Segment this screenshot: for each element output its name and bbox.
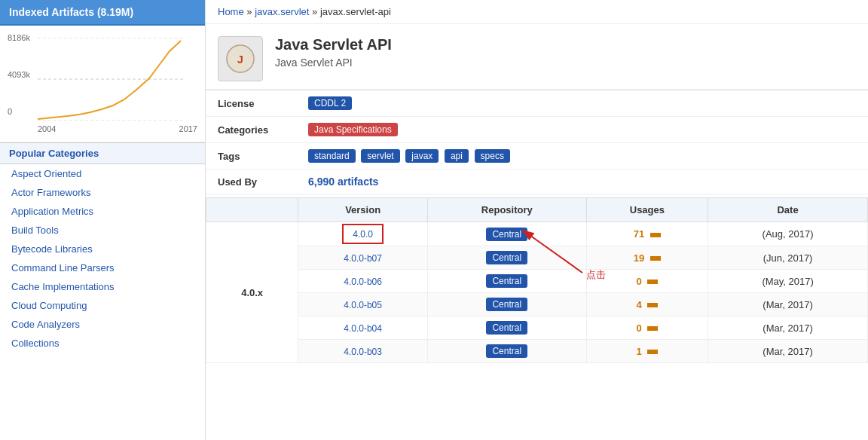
sidebar-item-collections[interactable]: Collections (0, 334, 205, 353)
repo-badge-2: Central (486, 251, 527, 264)
sidebar-item-bytecode-libraries[interactable]: Bytecode Libraries (0, 240, 205, 258)
col-empty (206, 198, 298, 222)
breadcrumb-part1[interactable]: javax.servlet (255, 6, 309, 17)
chart-x-start: 2004 (38, 124, 56, 133)
breadcrumb-sep2: » (312, 6, 317, 17)
usage-num-5: 0 (636, 322, 641, 334)
license-row: License CDDL 2 (206, 90, 868, 117)
repo-cell-1: Central (427, 222, 586, 246)
usage-bar-4 (647, 303, 658, 307)
date-cell-5: (Mar, 2017) (708, 316, 868, 340)
usages-cell-5: 0 (586, 316, 708, 340)
sidebar-item-aspect-oriented[interactable]: Aspect Oriented (0, 164, 205, 183)
used-by-label: Used By (206, 170, 296, 194)
table-row: 4.0.0-b03 Central 1 (Mar, 2017) (206, 340, 868, 363)
categories-value-cell: Java Specifications (296, 117, 868, 143)
sidebar: Indexed Artifacts (8.19M) 8186k 4093k 0 … (0, 0, 206, 440)
table-row: 4.0.x 4.0.0 Central 71 (206, 222, 868, 246)
chart-svg-container (38, 38, 197, 123)
version-cell-2: 4.0.0-b07 (298, 246, 428, 270)
repo-cell-6: Central (427, 340, 586, 363)
usage-bar-6 (647, 350, 658, 354)
chart-y-labels: 8186k 4093k 0 (8, 33, 30, 116)
tag-javax[interactable]: javax (405, 149, 439, 163)
repo-cell-3: Central (427, 270, 586, 293)
usage-num-4: 4 (636, 299, 641, 310)
sidebar-item-command-line-parsers[interactable]: Command Line Parsers (0, 258, 205, 277)
artifact-title: Java Servlet API (275, 36, 392, 53)
sidebar-item-cloud-computing[interactable]: Cloud Computing (0, 296, 205, 315)
usage-num-3: 0 (636, 276, 641, 287)
category-list: Aspect Oriented Actor Frameworks Applica… (0, 164, 205, 440)
sidebar-item-actor-frameworks[interactable]: Actor Frameworks (0, 183, 205, 202)
tag-api[interactable]: api (445, 149, 469, 163)
main-content: Home » javax.servlet » javax.servlet-api… (206, 0, 868, 440)
chart-x-labels: 2004 2017 (38, 124, 197, 133)
license-label: License (206, 90, 296, 117)
usage-bar-2 (650, 256, 661, 261)
date-cell-1: (Aug, 2017) (708, 222, 868, 246)
tag-standard[interactable]: standard (308, 149, 356, 163)
usage-bar-5 (647, 326, 658, 331)
version-link-1[interactable]: 4.0.0 (353, 229, 373, 240)
license-badge[interactable]: CDDL 2 (308, 96, 352, 110)
chart-y-mid: 4093k (8, 70, 30, 79)
version-table: Version Repository Usages Date 4.0.x (206, 197, 868, 363)
tags-value-cell: standard servlet javax api specs (296, 143, 868, 170)
col-usages: Usages (586, 198, 708, 222)
java-logo-icon: J (225, 44, 255, 74)
usages-cell-4: 4 (586, 293, 708, 316)
breadcrumb: Home » javax.servlet » javax.servlet-api (206, 0, 868, 24)
chart-y-top: 8186k (8, 33, 30, 42)
table-row: 4.0.0-b06 Central 0 (May, 2017) (206, 270, 868, 293)
version-link-5[interactable]: 4.0.0-b04 (344, 323, 382, 334)
date-cell-3: (May, 2017) (708, 270, 868, 293)
tags-row: Tags standard servlet javax api specs (206, 143, 868, 170)
metadata-table: License CDDL 2 Categories Java Specifica… (206, 90, 868, 194)
tag-specs[interactable]: specs (475, 149, 510, 163)
sidebar-item-cache-implementations[interactable]: Cache Implementations (0, 277, 205, 296)
repo-badge-5: Central (486, 321, 527, 335)
sidebar-item-build-tools[interactable]: Build Tools (0, 221, 205, 240)
sidebar-item-code-analyzers[interactable]: Code Analyzers (0, 315, 205, 334)
repo-badge-4: Central (486, 298, 527, 311)
used-by-value-cell: 6,990 artifacts (296, 170, 868, 194)
repo-cell-4: Central (427, 293, 586, 316)
artifact-header: J Java Servlet API Java Servlet API (206, 24, 868, 90)
version-link-4[interactable]: 4.0.0-b05 (344, 300, 382, 310)
categories-row: Categories Java Specifications (206, 117, 868, 143)
usage-bar-1 (650, 233, 661, 237)
version-link-6[interactable]: 4.0.0-b03 (344, 347, 382, 357)
col-version: Version (298, 198, 428, 222)
repo-cell-2: Central (427, 246, 586, 270)
chart-y-bot: 0 (8, 107, 30, 116)
version-cell-5: 4.0.0-b04 (298, 316, 428, 340)
repo-badge-1: Central (486, 228, 527, 241)
version-link-3[interactable]: 4.0.0-b06 (344, 277, 382, 287)
category-badge[interactable]: Java Specifications (308, 123, 398, 136)
svg-text:J: J (237, 53, 243, 66)
popular-categories-title: Popular Categories (0, 143, 205, 163)
sidebar-item-application-metrics[interactable]: Application Metrics (0, 202, 205, 221)
version-link-2[interactable]: 4.0.0-b07 (344, 253, 382, 264)
tag-servlet[interactable]: servlet (361, 149, 399, 163)
usages-cell-3: 0 (586, 270, 708, 293)
table-row: 4.0.0-b07 Central 19 (Jun, 2017) (206, 246, 868, 270)
version-cell-3: 4.0.0-b06 (298, 270, 428, 293)
usages-cell-1: 71 (586, 222, 708, 246)
popular-categories-section: Popular Categories (0, 142, 205, 164)
usages-cell-6: 1 (586, 340, 708, 363)
repo-cell-5: Central (427, 316, 586, 340)
license-value-cell: CDDL 2 (296, 90, 868, 117)
chart-x-end: 2017 (179, 124, 197, 133)
breadcrumb-home[interactable]: Home (218, 6, 244, 17)
artifact-info: Java Servlet API Java Servlet API (275, 36, 392, 69)
col-date: Date (708, 198, 868, 222)
artifact-logo: J (218, 36, 263, 81)
date-cell-6: (Mar, 2017) (708, 340, 868, 363)
usage-num-1: 71 (634, 228, 644, 240)
version-table-section: Version Repository Usages Date 4.0.x (206, 197, 868, 369)
used-by-link[interactable]: 6,990 artifacts (308, 176, 378, 188)
usage-bar-3 (647, 280, 658, 284)
breadcrumb-sep1: » (246, 6, 252, 17)
